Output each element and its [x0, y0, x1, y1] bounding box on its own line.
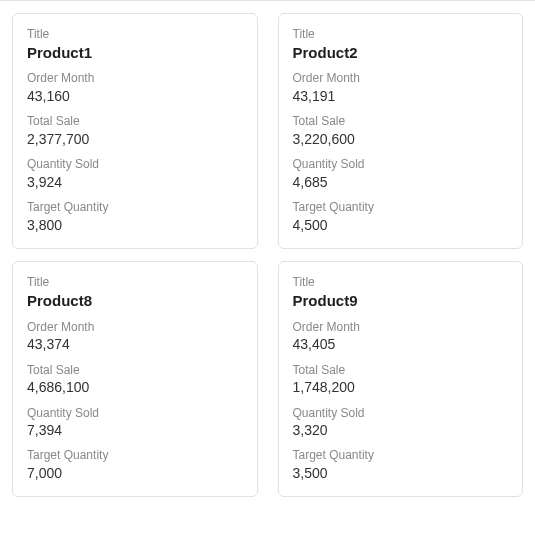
field-label-order-month: Order Month: [293, 70, 509, 87]
field-value-order-month: 43,191: [293, 87, 509, 105]
card-field-target-quantity: Target Quantity 3,800: [27, 199, 243, 234]
field-value-total-sale: 1,748,200: [293, 378, 509, 396]
card-field-target-quantity: Target Quantity 3,500: [293, 447, 509, 482]
field-value-title: Product1: [27, 43, 243, 63]
product-card: Title Product2 Order Month 43,191 Total …: [278, 13, 524, 249]
field-label-title: Title: [293, 26, 509, 43]
card-field-target-quantity: Target Quantity 7,000: [27, 447, 243, 482]
field-label-target-quantity: Target Quantity: [293, 199, 509, 216]
field-label-quantity-sold: Quantity Sold: [293, 156, 509, 173]
card-field-total-sale: Total Sale 3,220,600: [293, 113, 509, 148]
card-field-total-sale: Total Sale 2,377,700: [27, 113, 243, 148]
field-value-total-sale: 4,686,100: [27, 378, 243, 396]
card-field-title: Title Product1: [27, 26, 243, 62]
field-value-title: Product2: [293, 43, 509, 63]
field-value-quantity-sold: 3,924: [27, 173, 243, 191]
field-label-target-quantity: Target Quantity: [27, 199, 243, 216]
field-label-order-month: Order Month: [27, 70, 243, 87]
card-field-quantity-sold: Quantity Sold 4,685: [293, 156, 509, 191]
field-label-total-sale: Total Sale: [293, 362, 509, 379]
field-value-title: Product9: [293, 291, 509, 311]
field-label-total-sale: Total Sale: [293, 113, 509, 130]
field-label-order-month: Order Month: [27, 319, 243, 336]
field-value-quantity-sold: 7,394: [27, 421, 243, 439]
field-value-quantity-sold: 4,685: [293, 173, 509, 191]
card-field-quantity-sold: Quantity Sold 3,924: [27, 156, 243, 191]
card-field-target-quantity: Target Quantity 4,500: [293, 199, 509, 234]
card-field-quantity-sold: Quantity Sold 7,394: [27, 405, 243, 440]
card-field-title: Title Product8: [27, 274, 243, 310]
field-label-target-quantity: Target Quantity: [293, 447, 509, 464]
field-label-target-quantity: Target Quantity: [27, 447, 243, 464]
field-value-order-month: 43,374: [27, 335, 243, 353]
field-label-total-sale: Total Sale: [27, 113, 243, 130]
cards-grid: Title Product1 Order Month 43,160 Total …: [0, 1, 535, 509]
field-label-title: Title: [27, 274, 243, 291]
product-card: Title Product9 Order Month 43,405 Total …: [278, 261, 524, 497]
field-value-order-month: 43,405: [293, 335, 509, 353]
field-value-order-month: 43,160: [27, 87, 243, 105]
card-field-order-month: Order Month 43,191: [293, 70, 509, 105]
field-value-target-quantity: 3,800: [27, 216, 243, 234]
product-card: Title Product1 Order Month 43,160 Total …: [12, 13, 258, 249]
field-label-order-month: Order Month: [293, 319, 509, 336]
field-value-target-quantity: 4,500: [293, 216, 509, 234]
field-value-target-quantity: 3,500: [293, 464, 509, 482]
field-label-title: Title: [293, 274, 509, 291]
field-label-quantity-sold: Quantity Sold: [27, 405, 243, 422]
field-label-quantity-sold: Quantity Sold: [293, 405, 509, 422]
card-field-title: Title Product9: [293, 274, 509, 310]
card-field-quantity-sold: Quantity Sold 3,320: [293, 405, 509, 440]
field-value-total-sale: 3,220,600: [293, 130, 509, 148]
field-label-title: Title: [27, 26, 243, 43]
field-label-total-sale: Total Sale: [27, 362, 243, 379]
card-field-title: Title Product2: [293, 26, 509, 62]
field-value-target-quantity: 7,000: [27, 464, 243, 482]
product-card: Title Product8 Order Month 43,374 Total …: [12, 261, 258, 497]
field-value-quantity-sold: 3,320: [293, 421, 509, 439]
card-field-order-month: Order Month 43,160: [27, 70, 243, 105]
field-value-total-sale: 2,377,700: [27, 130, 243, 148]
card-field-total-sale: Total Sale 4,686,100: [27, 362, 243, 397]
field-value-title: Product8: [27, 291, 243, 311]
field-label-quantity-sold: Quantity Sold: [27, 156, 243, 173]
card-field-order-month: Order Month 43,405: [293, 319, 509, 354]
card-field-total-sale: Total Sale 1,748,200: [293, 362, 509, 397]
card-field-order-month: Order Month 43,374: [27, 319, 243, 354]
